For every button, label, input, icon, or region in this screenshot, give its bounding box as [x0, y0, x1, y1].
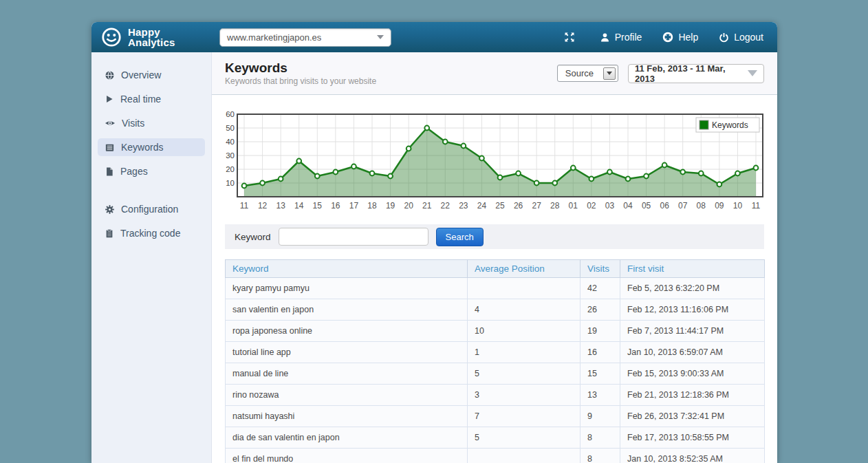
keywords-table: KeywordAverage PositionVisitsFirst visit… [225, 259, 765, 463]
first-visit-cell: Feb 17, 2013 10:58:55 PM [620, 427, 765, 449]
date-range-value: 11 Feb, 2013 - 11 Mar, 2013 [635, 63, 748, 84]
keyword-search-input[interactable] [279, 228, 428, 246]
chart-point [443, 140, 448, 144]
play-icon [105, 94, 114, 104]
chart-point [552, 181, 557, 186]
x-axis-tick: 09 [715, 201, 724, 211]
fullscreen-button[interactable] [564, 32, 575, 43]
chart-point [626, 177, 631, 182]
chevron-down-icon [607, 72, 612, 75]
nav-profile[interactable]: Profile [600, 32, 642, 43]
avg-position-cell: 7 [468, 406, 581, 427]
x-axis-tick: 24 [477, 201, 487, 211]
nav-logout[interactable]: Logout [719, 32, 763, 43]
search-button[interactable]: Search [436, 228, 484, 246]
column-header-average-position[interactable]: Average Position [468, 260, 581, 278]
first-visit-cell: Feb 7, 2013 11:44:17 PM [620, 321, 765, 342]
chart-point [516, 171, 521, 176]
chart-point [735, 171, 740, 176]
sidebar-item-real-time[interactable]: Real time [98, 90, 205, 108]
x-axis-tick: 17 [349, 201, 359, 211]
keyword-search-bar: Keyword Search [225, 224, 764, 249]
brand: Happy Analytics [101, 27, 211, 47]
site-selector-value: www.marketingjapon.es [227, 32, 321, 43]
x-axis-tick: 11 [752, 201, 761, 211]
lifering-icon [662, 32, 673, 43]
chart-point [242, 184, 247, 189]
keyword-search-label: Keyword [235, 232, 271, 242]
chart-point [699, 171, 704, 176]
chart-point [754, 166, 759, 171]
visits-cell: 19 [581, 321, 620, 342]
table-head: KeywordAverage PositionVisitsFirst visit [226, 260, 765, 278]
keyword-cell: natsumi hayashi [226, 406, 468, 427]
avg-position-cell: 1 [468, 342, 581, 363]
sidebar-item-label: Keywords [121, 142, 163, 153]
table-body: kyary pamyu pamyu42Feb 5, 2013 6:32:20 P… [226, 278, 765, 463]
top-nav: ProfileHelpLogout [564, 32, 763, 43]
first-visit-cell: Feb 15, 2013 9:00:33 AM [620, 363, 765, 385]
chart-point [315, 174, 320, 179]
x-axis-tick: 06 [660, 201, 669, 211]
app-window: Happy Analytics www.marketingjapon.es Pr… [91, 22, 777, 463]
clipboard-icon [105, 228, 114, 239]
first-visit-cell: Feb 26, 2013 7:32:41 PM [620, 406, 765, 427]
x-axis-tick: 27 [532, 201, 541, 211]
sidebar-item-keywords[interactable]: Keywords [98, 138, 205, 156]
app-body: OverviewReal timeVisitsKeywordsPagesConf… [91, 52, 777, 463]
source-select[interactable]: Source [557, 65, 618, 82]
sidebar-item-visits[interactable]: Visits [98, 114, 205, 132]
date-range-picker[interactable]: 11 Feb, 2013 - 11 Mar, 2013 [628, 64, 764, 83]
x-axis-tick: 23 [459, 201, 468, 211]
first-visit-cell: Jan 10, 2013 6:59:07 AM [620, 342, 765, 363]
column-header-visits[interactable]: Visits [581, 260, 620, 278]
chart-point [717, 182, 721, 187]
sidebar-item-configuration[interactable]: Configuration [98, 200, 205, 218]
first-visit-cell: Feb 5, 2013 6:32:20 PM [620, 278, 765, 299]
page-icon [105, 166, 114, 177]
main-content: Keywords Keywords that bring visits to y… [212, 52, 777, 463]
visits-cell: 16 [581, 342, 620, 363]
x-axis-tick: 15 [313, 201, 323, 211]
x-axis-tick: 11 [240, 201, 249, 211]
avg-position-cell: 10 [468, 321, 581, 342]
keywords-chart: 1020304050601112131415161718192021222324… [225, 110, 764, 213]
page-controls: Source 11 Feb, 2013 - 11 Mar, 2013 [557, 64, 764, 83]
sidebar-item-label: Visits [122, 118, 144, 129]
y-axis-tick: 60 [226, 110, 235, 118]
x-axis-tick: 05 [642, 201, 651, 211]
keyword-cell: ropa japonesa online [226, 321, 468, 342]
sidebar-item-pages[interactable]: Pages [98, 162, 205, 180]
chart-point [370, 171, 375, 176]
source-select-button[interactable] [603, 67, 616, 80]
site-selector-dropdown[interactable]: www.marketingjapon.es [219, 28, 391, 47]
sidebar: OverviewReal timeVisitsKeywordsPagesConf… [91, 52, 212, 463]
x-axis-tick: 02 [587, 201, 596, 211]
x-axis-tick: 19 [386, 201, 395, 211]
table-row: natsumi hayashi79Feb 26, 2013 7:32:41 PM [226, 406, 765, 427]
column-header-first-visit[interactable]: First visit [620, 260, 765, 278]
chart-point [662, 163, 667, 168]
power-icon [719, 32, 729, 43]
sidebar-item-tracking-code[interactable]: Tracking code [98, 224, 205, 242]
chart-point [406, 147, 411, 151]
nav-help[interactable]: Help [662, 32, 698, 43]
column-header-keyword[interactable]: Keyword [226, 260, 468, 278]
first-visit-cell: Feb 12, 2013 11:16:06 PM [620, 299, 765, 321]
chart-container: 1020304050601112131415161718192021222324… [212, 95, 777, 224]
x-axis-tick: 26 [514, 201, 523, 211]
page-header: Keywords Keywords that bring visits to y… [212, 52, 777, 95]
chart-point [388, 174, 393, 179]
fullscreen-icon [564, 32, 575, 43]
table-row: san valentin en japon426Feb 12, 2013 11:… [226, 299, 765, 321]
sidebar-item-overview[interactable]: Overview [98, 66, 205, 84]
sidebar-item-label: Configuration [121, 204, 178, 215]
x-axis-tick: 18 [367, 201, 377, 211]
x-axis-tick: 28 [550, 201, 560, 211]
chart-point [279, 177, 283, 182]
chart-point [333, 170, 338, 175]
keyword-cell: manual de line [226, 363, 468, 385]
table-row: kyary pamyu pamyu42Feb 5, 2013 6:32:20 P… [226, 278, 765, 299]
keyword-cell: dia de san valentin en japon [226, 427, 468, 449]
x-axis-tick: 25 [495, 201, 505, 211]
